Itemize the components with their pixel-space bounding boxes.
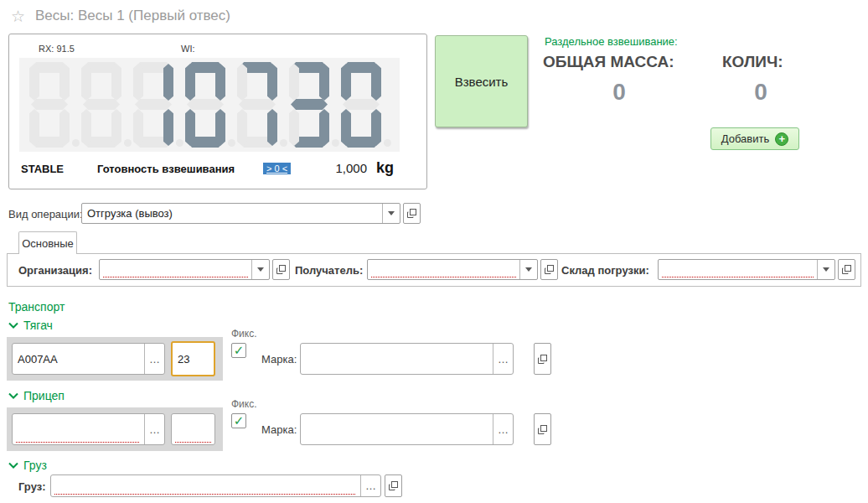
count-label: КОЛИЧ: xyxy=(722,53,783,71)
trailer-fix-checkbox[interactable]: ✓ xyxy=(231,413,246,428)
trailer-region-field[interactable] xyxy=(171,413,215,445)
chevron-down-icon xyxy=(8,462,18,469)
trailer-brand-open-button[interactable] xyxy=(534,413,551,445)
tab-osnovnye[interactable]: Основные xyxy=(18,231,77,254)
rx-label: RX: 91.5 xyxy=(39,44,75,54)
chevron-down-icon xyxy=(8,392,18,399)
required-underline xyxy=(103,277,248,277)
stable-status: STABLE xyxy=(21,163,64,175)
warehouse-combo[interactable] xyxy=(658,259,835,280)
tractor-brand-select-button[interactable]: … xyxy=(493,344,513,374)
open-icon xyxy=(276,264,287,275)
transport-group-title: Транспорт xyxy=(8,300,65,314)
section-tractor-label: Тягач xyxy=(23,319,53,332)
receiver-open-button[interactable] xyxy=(540,259,558,280)
tractor-region-input[interactable] xyxy=(173,343,214,375)
total-mass-value: 0 xyxy=(543,79,695,106)
check-icon: ✓ xyxy=(234,343,245,357)
section-trailer[interactable]: Прицеп xyxy=(8,389,65,402)
trailer-fix-label: Фикс. xyxy=(231,398,257,410)
trailer-brand-label: Марка: xyxy=(261,423,297,436)
tractor-fix-checkbox[interactable]: ✓ xyxy=(231,343,246,358)
check-icon: ✓ xyxy=(234,413,245,428)
section-cargo[interactable]: Груз xyxy=(8,459,47,472)
receiver-dropdown-button[interactable] xyxy=(519,260,537,279)
open-icon xyxy=(537,424,548,435)
required-underline xyxy=(175,442,211,443)
open-icon xyxy=(388,480,399,491)
tractor-brand-input[interactable] xyxy=(301,344,493,374)
count-value: 0 xyxy=(719,79,803,106)
tractor-region-field[interactable] xyxy=(171,341,215,376)
chevron-down-icon xyxy=(388,211,395,215)
zero-scale-link[interactable]: > 0 < xyxy=(263,163,291,174)
required-underline xyxy=(371,277,516,277)
cargo-label: Груз: xyxy=(18,480,46,493)
trailer-brand-field[interactable]: … xyxy=(300,413,514,445)
required-underline xyxy=(662,277,814,277)
trailer-plate-field[interactable]: … xyxy=(12,413,165,445)
lcd-digits xyxy=(19,58,400,152)
plus-icon: + xyxy=(775,132,788,146)
tractor-plate-input[interactable] xyxy=(13,344,144,374)
required-underline xyxy=(54,494,355,495)
add-button-label: Добавить xyxy=(721,132,769,145)
trailer-brand-select-button[interactable]: … xyxy=(493,414,513,444)
tractor-brand-field[interactable]: … xyxy=(300,343,514,375)
tractor-brand-label: Марка: xyxy=(261,353,297,366)
readiness-status: Готовность взвешивания xyxy=(97,163,235,175)
section-tractor[interactable]: Тягач xyxy=(8,319,53,332)
cargo-field[interactable]: … xyxy=(50,474,381,497)
required-underline xyxy=(16,442,139,443)
warehouse-dropdown-button[interactable] xyxy=(817,260,834,279)
warehouse-open-button[interactable] xyxy=(838,259,855,280)
cargo-open-button[interactable] xyxy=(385,474,402,497)
add-button[interactable]: Добавить + xyxy=(710,127,799,150)
open-icon xyxy=(406,208,417,219)
favorite-star-icon[interactable]: ☆ xyxy=(11,7,25,26)
trailer-region-input[interactable] xyxy=(172,414,214,444)
tractor-fix-label: Фикс. xyxy=(231,328,257,340)
organization-combo[interactable] xyxy=(99,259,270,280)
page-title: Весы: Весы 1 (Первый отвес) xyxy=(35,8,230,24)
trailer-plate-input[interactable] xyxy=(13,414,144,444)
chevron-down-icon xyxy=(525,267,532,272)
wi-label: WI: xyxy=(181,44,195,54)
chevron-down-icon xyxy=(823,267,829,272)
section-cargo-label: Груз xyxy=(23,459,47,472)
tractor-plate-select-button[interactable]: … xyxy=(144,344,164,374)
weigh-button[interactable]: Взвесить xyxy=(435,35,528,127)
chevron-down-icon xyxy=(257,267,264,272)
open-icon xyxy=(841,264,852,275)
weight-value: 1,000 xyxy=(313,161,367,175)
open-icon xyxy=(544,264,555,275)
tractor-plate-field[interactable]: … xyxy=(12,343,165,375)
separate-weighing-title: Раздельное взвешивание: xyxy=(545,35,678,48)
open-icon xyxy=(537,354,548,365)
organization-dropdown-button[interactable] xyxy=(251,260,269,279)
operation-type-label: Вид операции: xyxy=(8,208,83,220)
operation-open-button[interactable] xyxy=(403,203,421,224)
chevron-down-icon xyxy=(8,322,18,329)
receiver-combo[interactable] xyxy=(367,259,538,280)
organization-open-button[interactable] xyxy=(272,259,290,280)
operation-dropdown-button[interactable] xyxy=(382,204,400,223)
trailer-brand-input[interactable] xyxy=(301,414,493,444)
weight-unit: kg xyxy=(376,159,394,177)
operation-type-value: Отгрузка (вывоз) xyxy=(82,204,382,223)
trailer-plate-select-button[interactable]: … xyxy=(144,414,164,444)
cargo-select-button[interactable]: … xyxy=(360,475,380,496)
total-mass-label: ОБЩАЯ МАССА: xyxy=(543,53,674,71)
operation-type-combo[interactable]: Отгрузка (вывоз) xyxy=(81,203,400,224)
scale-indicator-panel: RX: 91.5 WI: STABLE Готовность взвешиван… xyxy=(8,34,427,189)
section-trailer-label: Прицеп xyxy=(23,389,65,402)
tractor-brand-open-button[interactable] xyxy=(534,343,551,375)
